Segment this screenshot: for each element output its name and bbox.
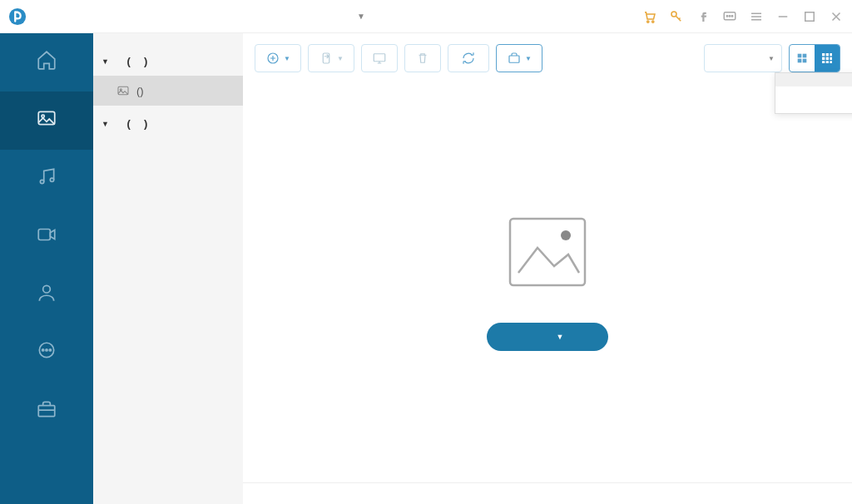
add-button[interactable]: ▼ <box>255 44 301 72</box>
left-nav <box>0 33 93 504</box>
svg-rect-29 <box>803 59 807 63</box>
menu-delete-album[interactable] <box>775 100 852 113</box>
status-bar <box>243 482 852 504</box>
nav-toolbox[interactable] <box>0 383 93 441</box>
svg-rect-32 <box>830 53 832 56</box>
svg-point-7 <box>731 15 733 17</box>
svg-point-1 <box>647 20 649 22</box>
nav-photos[interactable] <box>0 91 93 150</box>
toolbox-icon <box>36 398 57 420</box>
empty-state: ▼ <box>243 83 852 482</box>
menu-icon[interactable] <box>749 9 764 24</box>
cart-icon[interactable] <box>642 9 657 24</box>
placeholder-image-icon <box>506 215 589 289</box>
svg-point-17 <box>46 349 47 351</box>
album-list: ▼ () () ▼ () <box>93 33 243 504</box>
menu-add-album[interactable] <box>775 73 852 86</box>
delete-button[interactable] <box>404 44 441 72</box>
svg-rect-33 <box>822 57 825 60</box>
album-menu-button[interactable]: ▼ <box>496 44 542 72</box>
album-new[interactable]: () <box>93 76 243 106</box>
contacts-icon <box>36 282 57 304</box>
svg-point-40 <box>561 230 571 240</box>
svg-rect-27 <box>803 54 807 58</box>
svg-point-12 <box>50 178 53 181</box>
maximize-icon[interactable] <box>802 9 817 24</box>
chevron-down-icon: ▼ <box>357 12 365 21</box>
svg-point-14 <box>43 285 51 293</box>
home-icon <box>36 49 57 71</box>
svg-point-18 <box>49 349 51 351</box>
svg-point-16 <box>42 349 44 351</box>
close-icon[interactable] <box>829 9 844 24</box>
feedback-icon[interactable] <box>722 9 737 24</box>
nav-messages[interactable] <box>0 324 93 383</box>
svg-rect-34 <box>826 57 829 60</box>
group-library[interactable]: ▼ () <box>93 47 243 76</box>
svg-point-11 <box>40 180 43 183</box>
collapse-icon: ▼ <box>102 57 109 66</box>
videos-icon <box>36 224 57 245</box>
svg-rect-8 <box>805 12 815 21</box>
app-logo-icon <box>8 7 27 26</box>
device-selector[interactable]: ▼ <box>300 7 375 26</box>
nav-videos[interactable] <box>0 208 93 266</box>
refresh-button[interactable] <box>448 44 489 72</box>
svg-point-6 <box>729 15 731 17</box>
svg-rect-25 <box>509 56 519 62</box>
collapse-icon: ▼ <box>102 120 109 128</box>
filter-select[interactable]: ▼ <box>704 44 782 72</box>
svg-point-2 <box>652 20 654 22</box>
svg-rect-37 <box>826 61 829 63</box>
svg-rect-13 <box>38 230 50 240</box>
svg-rect-28 <box>798 59 802 63</box>
svg-rect-24 <box>374 54 385 62</box>
album-context-menu <box>775 72 852 114</box>
export-device-button[interactable]: ▼ <box>308 44 354 72</box>
svg-point-3 <box>671 12 676 17</box>
svg-rect-39 <box>510 219 585 285</box>
svg-rect-26 <box>798 54 802 58</box>
facebook-icon[interactable] <box>696 9 711 24</box>
svg-rect-31 <box>826 53 829 56</box>
nav-music[interactable] <box>0 150 93 208</box>
key-icon[interactable] <box>669 9 684 24</box>
music-icon <box>36 166 57 187</box>
menu-rename-album[interactable] <box>775 86 852 100</box>
view-grid-large[interactable] <box>790 45 815 72</box>
svg-rect-23 <box>323 53 329 63</box>
svg-rect-36 <box>822 61 825 63</box>
toolbar: ▼ ▼ ▼ ▼ <box>243 33 852 83</box>
nav-home[interactable] <box>0 33 93 91</box>
export-pc-button[interactable] <box>361 44 398 72</box>
add-file-button[interactable]: ▼ <box>487 323 609 351</box>
svg-point-0 <box>9 7 26 24</box>
view-grid-small[interactable] <box>815 45 840 72</box>
svg-point-5 <box>726 15 728 17</box>
photos-icon <box>36 107 57 129</box>
svg-rect-19 <box>38 406 55 417</box>
group-shared[interactable]: ▼ () <box>93 109 243 138</box>
minimize-icon[interactable] <box>775 9 790 24</box>
nav-contacts[interactable] <box>0 266 93 324</box>
chevron-down-icon: ▼ <box>557 333 564 341</box>
svg-rect-35 <box>830 57 832 60</box>
messages-icon <box>36 340 57 362</box>
svg-rect-38 <box>830 61 832 63</box>
svg-rect-30 <box>822 53 825 56</box>
album-icon <box>116 84 130 97</box>
